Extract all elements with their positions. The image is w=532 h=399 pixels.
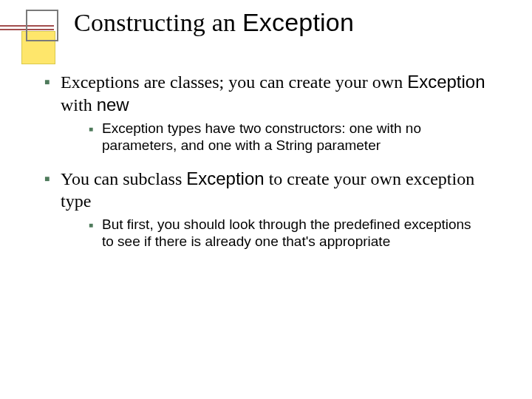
text: parameter: [313, 137, 381, 153]
code-text: new: [97, 95, 129, 115]
bullet-level1: ■Exceptions are classes; you can create …: [44, 71, 502, 117]
bullet-icon: ■: [89, 221, 102, 231]
bullet-text: Exceptions are classes; you can create y…: [61, 71, 489, 117]
bullet-icon: ■: [44, 77, 61, 88]
bullet-text: You can subclass Exception to create you…: [61, 168, 489, 213]
code-text: Exception: [186, 168, 264, 188]
code-text: Exception: [407, 72, 485, 92]
text: Exceptions are classes; you can create y…: [61, 72, 407, 92]
bullet-text: But first, you should look through the p…: [102, 216, 486, 251]
code-text: String: [276, 137, 313, 153]
title-code: Exception: [242, 8, 354, 36]
bullet-icon: ■: [89, 125, 102, 134]
text: You can subclass: [61, 169, 186, 188]
title-prefix: Constructing an: [74, 9, 242, 36]
bullet-level1: ■You can subclass Exception to create yo…: [44, 168, 502, 213]
decor-outline-box: [26, 10, 58, 41]
slide: Constructing an Exception ■Exceptions ar…: [0, 0, 532, 399]
text: with: [61, 95, 97, 115]
bullet-level2: ■Exception types have two constructors: …: [89, 120, 502, 155]
bullet-text: Exception types have two constructors: o…: [102, 120, 486, 155]
text: But first, you should look through the p…: [102, 216, 471, 250]
slide-content: ■Exceptions are classes; you can create …: [44, 71, 502, 264]
slide-title: Constructing an Exception: [74, 8, 354, 37]
bullet-level2: ■But first, you should look through the …: [89, 216, 502, 251]
bullet-icon: ■: [44, 174, 61, 185]
